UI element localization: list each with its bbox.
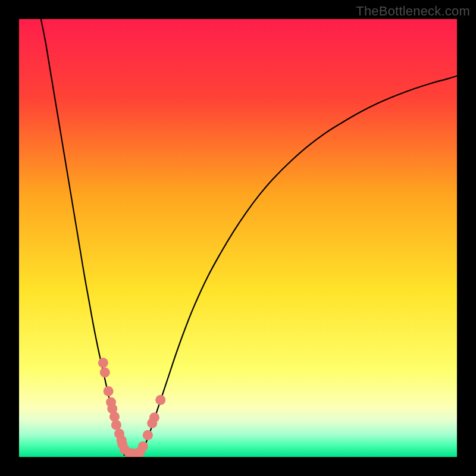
markers-right [133,395,166,457]
data-marker [109,412,120,422]
data-marker [98,358,108,368]
data-marker [100,367,110,377]
plot-area [19,19,457,457]
markers-left [98,358,138,457]
data-marker [155,395,165,405]
chart-frame: TheBottleneck.com [0,0,476,476]
data-marker [149,412,159,422]
watermark-text: TheBottleneck.com [356,4,470,19]
curve-right [142,76,457,455]
data-marker [138,441,148,452]
data-marker [104,386,114,396]
curves-layer [19,19,457,457]
data-marker [143,430,153,440]
data-marker [111,420,121,430]
